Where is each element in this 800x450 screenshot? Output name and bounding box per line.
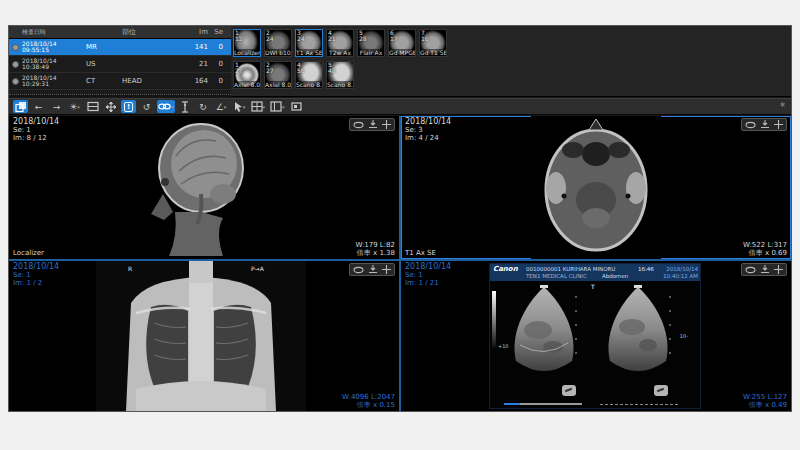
pan-icon[interactable]: [382, 265, 391, 274]
link-button[interactable]: ▾: [157, 100, 175, 113]
save-icon[interactable]: [368, 265, 378, 274]
column-header-datetime[interactable]: 検査日時: [22, 29, 86, 36]
thumbnail-ct-axial-1[interactable]: 127 Axial 8.0: [233, 61, 261, 89]
thumbnail-dwi[interactable]: 224 DWI b1000: [264, 29, 292, 57]
scale-ruler-left: [504, 403, 582, 405]
series-panel-icon: [15, 101, 27, 113]
link-series-icon[interactable]: [745, 266, 756, 274]
xray-chest-image[interactable]: [96, 261, 306, 411]
thumbnail-label: Localizer: [234, 49, 260, 56]
brightness-button[interactable]: ☀ ▾: [67, 100, 82, 113]
window-level-button[interactable]: [85, 100, 100, 113]
viewport-date: 2018/10/14: [405, 263, 451, 271]
study-row-mr[interactable]: 2018/10/14 09:55:15 MR 141 0: [9, 39, 231, 56]
angle-icon: ∠: [216, 102, 224, 112]
gain-label-left: +10: [498, 343, 509, 349]
link-series-icon[interactable]: [745, 121, 756, 129]
pan-icon[interactable]: [382, 120, 391, 129]
viewport-localizer[interactable]: 2018/10/14 Se: 1 Im: 8 / 12 Localizer W:…: [9, 116, 399, 259]
viewport-chest-xray[interactable]: R P→A 2018/10/14 Se: 1 Im: 1 / 2 W:4096 …: [9, 261, 399, 411]
viewport-ultrasound[interactable]: Canon 0010000001 KURIHARA MINORU 16:46 2…: [401, 261, 791, 411]
image-count: 27: [235, 68, 243, 74]
ultrasound-sectors: [498, 285, 694, 385]
save-icon[interactable]: [760, 265, 770, 274]
thumbnail-flair[interactable]: 528 Flair Ax: [357, 29, 385, 57]
angle-button[interactable]: ∠ ▾: [214, 100, 229, 113]
image-count: 24: [297, 36, 305, 42]
series-panel-button[interactable]: [13, 100, 28, 113]
study-list: 検査日時 部位 Im Se 2018/10/14 09:55:15 MR 141…: [9, 26, 231, 97]
chevron-down-icon[interactable]: ▾: [243, 104, 246, 110]
study-row-ct[interactable]: 2018/10/14 10:29:31 CT HEAD 164 0: [9, 73, 231, 90]
rotate-left-icon: ↺: [143, 102, 151, 112]
thumbnail-label: T2w Ax: [327, 49, 353, 56]
window-level-value: W:179 L:82: [355, 241, 395, 249]
study-list-header: 検査日時 部位 Im Se: [9, 26, 231, 39]
viewport-date: 2018/10/14: [13, 263, 59, 271]
thumbnail-row-mr: 112 Localizer 224 DWI b1000 324 T1 Ax SE…: [233, 29, 473, 57]
save-icon[interactable]: [760, 120, 770, 129]
thumbnail-ct-axial-2[interactable]: 227 Axial 8.0: [264, 61, 292, 89]
image-count: 21: [328, 36, 336, 42]
viewport-date: 2018/10/14: [13, 118, 59, 126]
exam-type: Abdomen: [602, 273, 628, 279]
thumbnail-label: Flair Ax: [358, 49, 384, 56]
zoom-factor: 倍率 x 0.69: [743, 249, 787, 257]
chevron-down-icon[interactable]: ▾: [77, 104, 80, 110]
pan-icon[interactable]: [774, 265, 783, 274]
rotate-right-button[interactable]: ↻: [196, 100, 211, 113]
thumbnail-gd-2[interactable]: 716 Gd T1 SE: [419, 29, 447, 57]
viewport-t1-ax[interactable]: 2018/10/14 Se: 3 Im: 4 / 24 T1 Ax SE W:5…: [401, 116, 791, 259]
link-series-icon[interactable]: [353, 266, 364, 274]
study-image-count: 141: [178, 43, 208, 51]
mri-sagittal-image[interactable]: [131, 116, 281, 259]
thumbnail-label: DWI b1000: [265, 49, 291, 56]
viewport-toolbar: [741, 263, 787, 276]
thumbnail-t1-ax[interactable]: 324 T1 Ax SE: [295, 29, 323, 57]
thumbnail-t2-ax[interactable]: 421 T2w Ax: [326, 29, 354, 57]
thumbnail-gd-1[interactable]: 617 Gd MPGE: [388, 29, 416, 57]
chevron-down-icon[interactable]: ▾: [224, 104, 227, 110]
viewport-divider-horizontal[interactable]: [9, 259, 791, 261]
forward-button[interactable]: →: [49, 100, 64, 113]
measure-height-button[interactable]: [178, 100, 193, 113]
chevron-down-icon[interactable]: ▾: [282, 104, 285, 110]
column-header-se[interactable]: Se: [208, 28, 226, 36]
viewport-series: Se: 1: [13, 126, 59, 134]
pointer-button[interactable]: ▾: [232, 100, 247, 113]
study-row-partial: [9, 90, 231, 95]
study-row-us[interactable]: 2018/10/14 10:38:49 US 21 0: [9, 56, 231, 73]
thumbnail-ct-scano-2[interactable]: 548 Scano 8.0: [326, 61, 354, 89]
image-count: 12: [235, 36, 243, 42]
ultrasound-image[interactable]: Canon 0010000001 KURIHARA MINORU 16:46 2…: [489, 263, 701, 409]
window-level-value: W:522 L:317: [743, 241, 787, 249]
thumbnail-localizer[interactable]: 112 Localizer: [233, 29, 261, 57]
chevron-down-icon[interactable]: ▾: [263, 104, 266, 110]
rotate-left-button[interactable]: ↺: [139, 100, 154, 113]
mri-axial-image[interactable]: [531, 116, 661, 259]
viewport-divider-vertical[interactable]: [399, 116, 401, 411]
column-header-description[interactable]: 部位: [122, 27, 178, 37]
thumbnail-ct-scano-1[interactable]: 456 Scano 8.0: [295, 61, 323, 89]
ultrasound-header: Canon 0010000001 KURIHARA MINORU 16:46 2…: [490, 264, 700, 281]
annotation-button[interactable]: !: [121, 100, 136, 113]
pan-icon[interactable]: [774, 120, 783, 129]
layout-grid-icon: [251, 101, 263, 112]
image-count: 27: [266, 68, 274, 74]
pin-icon[interactable]: *: [780, 101, 787, 112]
back-button[interactable]: ←: [31, 100, 46, 113]
save-icon[interactable]: [368, 120, 378, 129]
export-monitor-button[interactable]: [289, 100, 304, 113]
layout-series-button[interactable]: ▾: [269, 100, 286, 113]
pan-button[interactable]: [103, 100, 118, 113]
back-icon: ←: [35, 102, 43, 112]
toolbar: ← → ☀ ▾ ! ↺ ▾ ↻ ∠ ▾ ▾ ▾: [9, 98, 791, 115]
link-series-icon[interactable]: [353, 121, 364, 129]
column-header-im[interactable]: Im: [178, 28, 208, 36]
link-icon: [158, 102, 171, 111]
chevron-down-icon[interactable]: ▾: [171, 104, 174, 110]
layout-grid-button[interactable]: ▾: [250, 100, 267, 113]
viewport-image-number: Im: 4 / 24: [405, 134, 451, 142]
viewport-series: Se: 1: [405, 271, 451, 279]
viewport-toolbar: [741, 118, 787, 131]
